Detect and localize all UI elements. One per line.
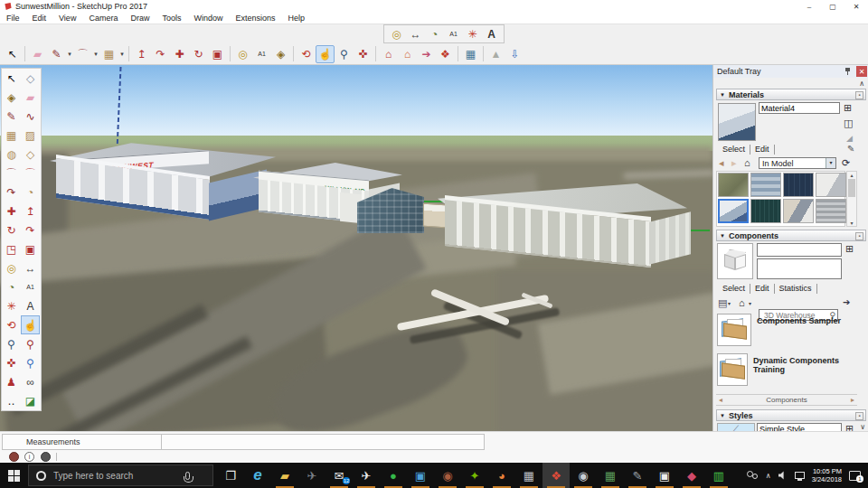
components-nav-forward-icon[interactable]: ▸ [851,396,854,404]
materials-forward-icon[interactable]: ▸ [731,157,737,169]
button-add-location[interactable]: ▦ [461,45,480,63]
material-thumb-photo[interactable] [783,199,814,223]
tray-close-icon[interactable]: ✕ [856,66,867,77]
tool-make-component[interactable]: ◇ [21,69,40,88]
tool-paint-bucket[interactable]: ◈ [271,45,290,63]
tool-look-around[interactable]: ∞ [21,372,40,391]
taskbar-edge[interactable]: e [244,463,271,488]
tool-push-pull[interactable]: ↥ [21,202,40,221]
button-3d-warehouse[interactable]: ⌂ [379,45,398,63]
taskbar-green-app[interactable]: ● [380,463,407,488]
toolbar-separator[interactable] [128,46,129,61]
taskbar-google-earth[interactable]: ◉ [570,463,597,488]
tool-follow-me[interactable]: ↷ [21,221,40,239]
tool-dimension[interactable]: ↔ [21,258,40,277]
materials-section-header[interactable]: ▼ Materials ▪ [716,89,866,100]
protractor-icon[interactable]: ◔ [425,25,444,43]
component-folder-components-sampler[interactable]: Components Sampler [717,314,857,346]
material-thumb-aerial[interactable] [718,173,749,197]
secondary-pane-icon[interactable]: ◫ [844,117,853,129]
action-center-icon[interactable]: 1 [849,471,861,481]
tool-position-camera[interactable]: ♟ [2,372,21,391]
materials-scrollbar[interactable]: ▴ ▾ [846,171,857,227]
tool-offset[interactable]: ▣ [21,239,40,258]
dropdown-arrow-icon[interactable]: ▾ [826,158,835,168]
components-tab[interactable]: Statistics [775,284,817,294]
create-material-icon[interactable]: ⊞ [844,102,852,114]
styles-section-header[interactable]: ▼ Styles ▪ [716,409,866,421]
tool-zoom-previous[interactable]: ⚲ [21,353,40,372]
tool-zoom[interactable]: ⚲ [335,45,354,63]
scroll-up-icon[interactable]: ▴ [847,172,856,178]
menu-item[interactable]: View [52,14,82,23]
tool-2-point-arc[interactable]: ⌒ [21,164,40,183]
dimension-icon[interactable]: ↔ [406,25,425,43]
tool-paint-bucket[interactable]: ◈ [2,88,21,107]
3d-text-icon[interactable]: A [482,25,501,43]
geolocation-status-icon[interactable] [9,452,19,462]
tool-zoom-extents[interactable]: ✜ [354,45,373,63]
pin-icon[interactable] [844,68,851,75]
tool-polygon[interactable]: ◇ [21,145,40,164]
taskbar-photos[interactable]: ▣ [651,463,678,488]
tool-push-pull[interactable]: ↥ [132,45,151,63]
taskbar-blue-window-app[interactable]: ▣ [407,463,434,488]
tool-pie[interactable]: ◔ [21,183,40,202]
menu-item[interactable]: Camera [82,14,124,23]
taskbar-nvidia[interactable]: ✦ [461,463,488,488]
viewport-3d[interactable]: SUNWEST MILLION AIR ↖◇◈▰✎∿▦▨◍◇⌒⌒↷◔✚↥↻↷◳▣… [0,65,712,431]
materials-collection-dropdown[interactable]: In Model ▾ [759,157,836,169]
materials-details-icon[interactable]: ⟳ [842,157,850,169]
tool-eraser[interactable]: ▰ [28,45,47,63]
components-menu-icon[interactable]: ▪ [855,232,863,240]
tool-rectangle[interactable]: ▦ [99,45,118,63]
tool-text[interactable]: A1 [21,277,40,296]
microphone-icon[interactable] [185,472,190,480]
tape-measure-icon[interactable]: ◎ [387,25,406,43]
taskbar-firefox[interactable]: ◕ [488,463,515,488]
tool-zoom-extents[interactable]: ✜ [2,353,21,372]
button-share-model[interactable]: ⌂ [398,45,417,63]
tool-3-point-arc[interactable]: ↷ [2,183,21,202]
taskbar-airplane-white[interactable]: ✈ [353,463,380,488]
line-dropdown-arrow[interactable]: ▾ [66,45,73,63]
network-icon[interactable] [795,472,805,479]
component-name-field[interactable] [757,243,842,257]
show-hidden-icons-chevron[interactable]: ∧ [766,472,771,480]
components-pane-icon[interactable]: ⊞ [845,243,854,255]
material-name-input[interactable] [759,102,840,114]
tool-select[interactable]: ↖ [2,69,21,88]
tool-eraser[interactable]: ▰ [21,88,40,107]
toolbar-separator[interactable] [483,46,484,61]
materials-home-icon[interactable]: ⌂ [744,157,750,168]
tool-rectangle[interactable]: ▦ [2,126,21,145]
components-view-icon[interactable]: ▤ [718,297,727,309]
scrollbar-thumb[interactable] [848,179,855,197]
menu-item[interactable]: Tools [156,14,187,23]
taskbar-task-view[interactable]: ❐ [217,463,244,488]
tool-text[interactable]: A1 [252,45,271,63]
component-description-field[interactable] [757,258,842,279]
tool-zoom[interactable]: ⚲ [2,334,21,353]
axes-icon[interactable]: ✳ [463,25,482,43]
button-extension-warehouse[interactable]: ❖ [436,45,455,63]
tool-freehand[interactable]: ∿ [21,107,40,126]
tool-line[interactable]: ✎ [47,45,66,63]
toolbar-separator[interactable] [293,46,294,61]
tool-tape-measure[interactable]: ◎ [233,45,252,63]
tool-move[interactable]: ✚ [170,45,189,63]
tool-line[interactable]: ✎ [2,107,21,126]
tool-axes[interactable]: ✳ [2,296,21,315]
taskbar-file-explorer[interactable]: ▰ [271,463,298,488]
components-details-icon[interactable]: ➔ [843,297,850,307]
text-icon[interactable]: A1 [444,25,463,43]
minimize-button[interactable]: – [797,0,821,13]
tool-rotated-rectangle[interactable]: ▨ [21,126,40,145]
start-button[interactable] [8,470,20,482]
taskbar-mail[interactable]: ✉ 12 [326,463,353,488]
tool-walk[interactable]: ‥ [2,391,21,410]
credits-info-icon[interactable]: i [24,452,34,462]
styles-pane-icon[interactable]: ⊞ [845,423,854,431]
toolbar-separator[interactable] [458,46,458,61]
materials-tab[interactable]: Edit [750,145,775,155]
